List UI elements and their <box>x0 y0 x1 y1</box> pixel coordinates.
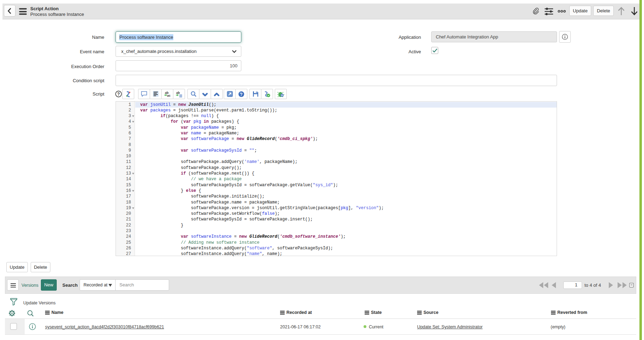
svg-text:?: ? <box>240 92 242 97</box>
svg-text:ac: ac <box>167 94 171 97</box>
svg-text:ab: ab <box>176 91 180 95</box>
svg-text:?: ? <box>117 92 120 97</box>
